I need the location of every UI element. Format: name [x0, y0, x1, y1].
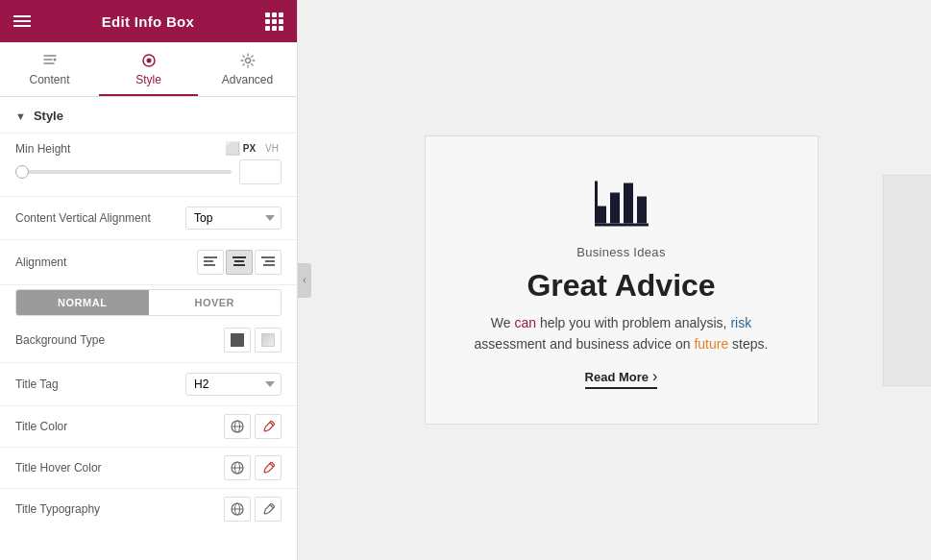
divider-8 [0, 488, 297, 489]
svg-rect-9 [233, 264, 245, 266]
state-toggle: NORMAL HOVER [15, 289, 282, 316]
min-height-label: Min Height [15, 142, 221, 156]
min-height-field: Min Height ⬜ PX VH [0, 135, 297, 194]
content-tab-icon [41, 52, 59, 69]
preview-area: Business Ideas Great Advice We can help … [311, 0, 931, 560]
vertical-alignment-controls: Top Middle Bottom [185, 207, 282, 230]
divider-3 [0, 239, 297, 240]
tab-style[interactable]: Style [99, 42, 198, 96]
svg-rect-30 [595, 181, 598, 223]
unit-toggle: PX VH [240, 142, 282, 155]
title-hover-color-controls [224, 455, 282, 480]
svg-rect-8 [234, 260, 244, 262]
min-height-slider-track[interactable] [15, 170, 232, 174]
svg-rect-7 [233, 256, 246, 258]
panel-tabs: Content Style Advanced [0, 42, 297, 97]
tab-content[interactable]: Content [0, 42, 99, 96]
screen-icon: ⬜ [225, 141, 240, 156]
alignment-controls [197, 250, 282, 275]
svg-rect-25 [597, 206, 606, 223]
read-more-arrow: › [652, 368, 657, 385]
read-more-label: Read More [585, 370, 649, 384]
globe-icon [231, 420, 244, 433]
unit-vh-btn[interactable]: VH [262, 142, 282, 155]
divider-6 [0, 405, 297, 406]
svg-point-2 [146, 59, 151, 63]
pencil-red-icon [262, 421, 275, 433]
state-hover-btn[interactable]: HOVER [149, 290, 282, 315]
min-height-slider-thumb[interactable] [15, 165, 29, 179]
style-section-header: ▼ Style [0, 97, 297, 131]
info-box-subtitle: Business Ideas [576, 245, 665, 259]
title-hover-color-global-btn[interactable] [224, 455, 251, 480]
min-height-value-input[interactable] [239, 159, 282, 184]
desc-highlight-orange: future [694, 336, 728, 352]
svg-rect-11 [265, 260, 275, 262]
unit-px-btn[interactable]: PX [240, 142, 258, 155]
desc-highlight-red: can [514, 315, 536, 330]
align-center-btn[interactable] [226, 250, 253, 275]
divider-2 [0, 196, 297, 197]
panel-collapse-handle[interactable]: ‹ [298, 263, 311, 298]
alignment-field: Alignment [0, 242, 297, 282]
svg-rect-6 [204, 264, 215, 266]
background-solid-btn[interactable] [224, 328, 251, 353]
title-tag-field: Title Tag H1 H2 H3 H4 H5 H6 [0, 365, 297, 403]
divider-1 [0, 133, 297, 134]
tab-advanced[interactable]: Advanced [198, 42, 297, 96]
svg-rect-27 [624, 183, 633, 223]
desc-highlight-blue: risk [730, 315, 751, 330]
vertical-alignment-label: Content Vertical Alignment [15, 211, 185, 225]
title-color-global-btn[interactable] [224, 414, 251, 439]
align-right-btn[interactable] [255, 250, 282, 275]
advanced-tab-icon [239, 52, 257, 69]
section-collapse-arrow[interactable]: ▼ [15, 110, 26, 122]
info-box-title: Great Advice [527, 269, 715, 303]
svg-rect-4 [204, 256, 217, 258]
divider-4 [0, 284, 297, 285]
solid-icon [231, 333, 244, 347]
title-typography-edit-btn[interactable] [255, 497, 282, 522]
background-gradient-btn[interactable] [255, 328, 282, 353]
grid-menu-icon[interactable] [265, 12, 283, 31]
globe-icon-2 [231, 461, 244, 475]
style-tab-icon [140, 52, 158, 69]
min-height-slider-row [15, 159, 282, 184]
vertical-alignment-field: Content Vertical Alignment Top Middle Bo… [0, 199, 297, 237]
svg-rect-26 [610, 192, 620, 223]
align-left-btn[interactable] [197, 250, 224, 275]
title-typography-label: Title Typography [15, 502, 224, 516]
read-more-link[interactable]: Read More › [585, 368, 658, 389]
title-tag-controls: H1 H2 H3 H4 H5 H6 [185, 373, 282, 396]
divider-5 [0, 362, 297, 363]
tab-advanced-label: Advanced [222, 73, 273, 86]
pencil-red-icon-2 [262, 462, 275, 475]
title-color-controls [224, 414, 282, 439]
info-box-description: We can help you with problem analysis, r… [468, 312, 775, 355]
title-typography-field: Title Typography [0, 491, 297, 527]
align-left-icon [204, 256, 217, 268]
vertical-alignment-select[interactable]: Top Middle Bottom [185, 207, 282, 230]
right-partial-card [883, 175, 931, 386]
background-type-label: Background Type [15, 333, 224, 347]
svg-rect-29 [595, 223, 649, 226]
hamburger-menu-icon[interactable] [13, 15, 31, 27]
title-color-field: Title Color [0, 408, 297, 445]
title-color-pick-btn[interactable] [255, 414, 282, 439]
globe-icon-3 [231, 502, 244, 516]
svg-rect-28 [637, 196, 647, 223]
title-tag-select[interactable]: H1 H2 H3 H4 H5 H6 [185, 373, 282, 396]
align-right-icon [261, 256, 275, 268]
pencil-grey-icon [262, 503, 275, 516]
state-normal-btn[interactable]: NORMAL [16, 290, 149, 315]
title-typography-global-btn[interactable] [224, 497, 251, 522]
svg-rect-5 [204, 260, 213, 262]
tab-content-label: Content [29, 73, 69, 86]
title-hover-color-label: Title Hover Color [15, 461, 224, 475]
svg-point-0 [53, 59, 56, 61]
title-hover-color-pick-btn[interactable] [255, 455, 282, 480]
panel-title: Edit Info Box [102, 13, 194, 30]
divider-7 [0, 447, 297, 448]
panel-body: ▼ Style Min Height ⬜ PX VH [0, 97, 297, 560]
svg-rect-10 [261, 256, 275, 258]
